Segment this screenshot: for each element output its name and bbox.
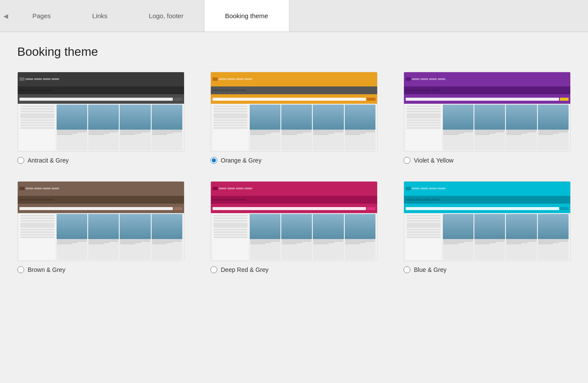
theme-item-brown: Brown & Grey bbox=[17, 181, 184, 273]
theme-label-brown: Brown & Grey bbox=[28, 266, 65, 273]
theme-preview-violet[interactable] bbox=[404, 72, 571, 152]
theme-radio-antracit[interactable] bbox=[17, 157, 24, 164]
content-area: Booking theme bbox=[0, 32, 588, 290]
tab-links[interactable]: Links bbox=[72, 0, 128, 32]
tab-bar: ◀ Pages Links Logo, footer Booking theme bbox=[0, 0, 588, 32]
theme-grid: Antracit & Grey bbox=[17, 72, 571, 273]
theme-preview-orange[interactable] bbox=[210, 72, 378, 152]
theme-radio-orange[interactable] bbox=[210, 157, 217, 164]
theme-item-orange: Orange & Grey bbox=[210, 72, 378, 164]
page-title: Booking theme bbox=[17, 45, 571, 59]
tab-pages[interactable]: Pages bbox=[12, 0, 72, 32]
theme-radio-deepred[interactable] bbox=[210, 266, 217, 273]
theme-label-blue: Blue & Grey bbox=[414, 266, 446, 273]
theme-preview-deepred[interactable] bbox=[210, 181, 378, 261]
theme-label-row-brown[interactable]: Brown & Grey bbox=[17, 266, 65, 273]
theme-item-violet: Violet & Yellow bbox=[404, 72, 571, 164]
theme-radio-brown[interactable] bbox=[17, 266, 24, 273]
theme-preview-antracit[interactable] bbox=[17, 72, 184, 152]
theme-label-violet: Violet & Yellow bbox=[414, 157, 454, 164]
theme-label-antracit: Antracit & Grey bbox=[28, 157, 69, 164]
theme-radio-violet[interactable] bbox=[404, 157, 410, 164]
theme-item-blue: Blue & Grey bbox=[404, 181, 571, 273]
tab-logo-footer[interactable]: Logo, footer bbox=[128, 0, 204, 32]
theme-item-deepred: Deep Red & Grey bbox=[210, 181, 378, 273]
theme-item-antracit: Antracit & Grey bbox=[17, 72, 184, 164]
theme-label-orange: Orange & Grey bbox=[221, 157, 261, 164]
tab-scroll-left-icon[interactable]: ◀ bbox=[0, 0, 12, 32]
theme-label-deepred: Deep Red & Grey bbox=[221, 266, 269, 273]
theme-label-row-antracit[interactable]: Antracit & Grey bbox=[17, 157, 69, 164]
theme-label-row-orange[interactable]: Orange & Grey bbox=[210, 157, 261, 164]
tab-booking-theme[interactable]: Booking theme bbox=[204, 0, 289, 32]
theme-label-row-violet[interactable]: Violet & Yellow bbox=[404, 157, 454, 164]
theme-preview-brown[interactable] bbox=[17, 181, 184, 261]
theme-preview-blue[interactable] bbox=[404, 181, 571, 261]
theme-label-row-blue[interactable]: Blue & Grey bbox=[404, 266, 446, 273]
theme-label-row-deepred[interactable]: Deep Red & Grey bbox=[210, 266, 269, 273]
theme-radio-blue[interactable] bbox=[404, 266, 410, 273]
